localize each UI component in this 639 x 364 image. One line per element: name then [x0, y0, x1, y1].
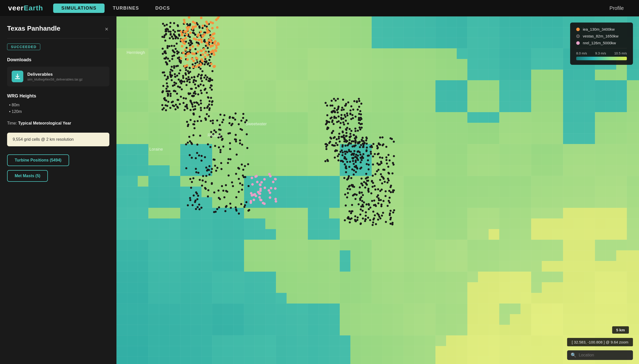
logo: veerEarth	[8, 4, 43, 12]
simulation-title: Texas Panhandle	[7, 25, 61, 32]
scale-labels: 8.0 m/s 9.3 m/s 10.5 m/s	[576, 51, 627, 55]
wrg-height-80m: • 80m	[9, 103, 109, 107]
downloads-label: Downloads	[7, 57, 109, 63]
download-icon-box	[12, 71, 23, 82]
map-container[interactable]: iea_130m_3400kw vestas_82m_1650kw nrel_1…	[116, 16, 639, 364]
map-canvas[interactable]	[116, 16, 639, 364]
legend-item-nrel: nrel_126m_5000kw	[576, 41, 627, 45]
legend-dot-vestas	[576, 34, 580, 38]
legend-label-iea: iea_130m_3400kw	[583, 27, 615, 31]
sidebar-header: Texas Panhandle ×	[7, 25, 109, 34]
scale-min: 8.0 m/s	[576, 51, 587, 55]
profile-link[interactable]: Profile	[609, 5, 624, 11]
scale-mid: 9.3 m/s	[595, 51, 606, 55]
time-value: Typical Meteorological Year	[18, 121, 71, 125]
wrg-height-120m: • 120m	[9, 109, 109, 114]
scale-bar	[576, 57, 627, 60]
divider	[7, 38, 109, 38]
nav-simulations[interactable]: SIMULATIONS	[53, 4, 105, 13]
legend-label-nrel: nrel_126m_5000kw	[583, 41, 616, 45]
legend-item-iea: iea_130m_3400kw	[576, 27, 627, 31]
legend-item-vestas: vestas_82m_1650kw	[576, 34, 627, 38]
time-label: Time:	[7, 121, 17, 125]
legend: iea_130m_3400kw vestas_82m_1650kw nrel_1…	[570, 23, 633, 65]
legend-dot-iea	[576, 28, 580, 31]
status-badge: SUCCEEDED	[7, 44, 40, 50]
scale-max: 10.5 m/s	[614, 51, 627, 55]
action-buttons: Turbine Positions (5494) Met Masts (5)	[7, 154, 109, 186]
logo-veer: veer	[8, 4, 24, 12]
nav-docs[interactable]: DOCS	[147, 4, 178, 13]
legend-dot-nrel	[576, 41, 580, 45]
search-input[interactable]	[579, 353, 629, 357]
legend-label-vestas: vestas_82m_1650kw	[583, 34, 618, 38]
turbine-positions-button[interactable]: Turbine Positions (5494)	[7, 154, 69, 166]
main-layout: Texas Panhandle × SUCCEEDED Downloads De…	[0, 16, 639, 364]
legend-divider	[576, 48, 627, 48]
download-icon	[14, 73, 21, 80]
deliverables-card[interactable]: Deliverables sim_klu8wg4lex58_deliverabl…	[7, 67, 109, 86]
met-masts-button[interactable]: Met Masts (5)	[7, 170, 48, 182]
wrg-section: WRG Heights • 80m • 120m	[7, 93, 109, 114]
grid-info-box: 9,554 grid cells @ 2 km resolution	[7, 133, 109, 146]
deliverable-file: sim_klu8wg4lex58_deliverables.tar.gz	[27, 77, 83, 81]
scale-indicator: 5 km	[612, 326, 629, 334]
logo-earth: Earth	[24, 4, 43, 12]
wrg-label: WRG Heights	[7, 93, 109, 99]
nav-turbines[interactable]: TURBINES	[105, 4, 147, 13]
time-row: Time: Typical Meteorological Year	[7, 121, 109, 126]
deliverable-info: Deliverables sim_klu8wg4lex58_deliverabl…	[27, 72, 83, 81]
close-button[interactable]: ×	[104, 25, 109, 34]
header: veerEarth SIMULATIONS TURBINES DOCS Prof…	[0, 0, 639, 16]
coords-box: [ 32.583, -100.808 ] @ 9.64 zoom	[567, 338, 633, 346]
deliverable-name: Deliverables	[27, 72, 83, 77]
search-icon: 🔍	[571, 352, 576, 358]
legend-scale: 8.0 m/s 9.3 m/s 10.5 m/s	[576, 51, 627, 60]
search-box[interactable]: 🔍	[567, 350, 633, 360]
sidebar: Texas Panhandle × SUCCEEDED Downloads De…	[0, 16, 116, 364]
